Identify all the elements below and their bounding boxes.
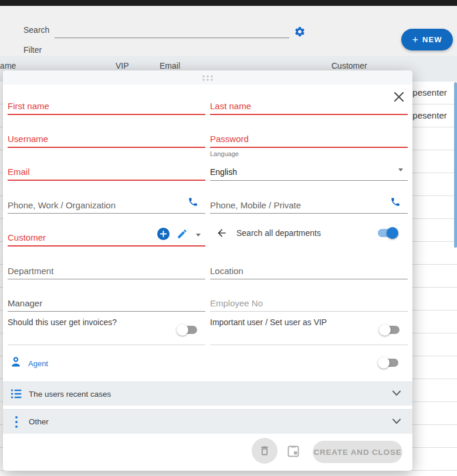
search-label: Search (23, 25, 49, 35)
modal-drag-strip[interactable] (3, 70, 412, 85)
save-button[interactable] (287, 445, 300, 458)
trash-icon (259, 445, 270, 457)
vip-row: Important user / Set user as VIP (210, 314, 408, 345)
customer-field[interactable]: Customer (8, 229, 205, 247)
new-button-label: NEW (422, 35, 442, 44)
phone-work-field[interactable]: Phone, Work / Organization (8, 196, 205, 214)
list-scrollbar[interactable] (454, 82, 457, 248)
phone-icon[interactable] (188, 197, 198, 210)
row-customer-cell: ppesenter (408, 87, 447, 97)
language-value: English (210, 167, 237, 177)
invoices-row: Should this user get invoices? (8, 314, 205, 345)
agent-toggle[interactable] (378, 357, 399, 369)
create-and-close-label: CREATE AND CLOSE (313, 448, 401, 457)
chevron-down-icon[interactable] (391, 417, 402, 427)
vip-label: Important user / Set user as VIP (210, 318, 327, 327)
window-top-bar (0, 0, 457, 6)
chevron-down-icon[interactable] (391, 389, 402, 399)
location-field[interactable]: Location (210, 262, 408, 279)
column-header-name[interactable]: Name (0, 61, 16, 70)
phone-icon[interactable] (390, 197, 401, 210)
search-input[interactable] (55, 38, 289, 38)
language-dropdown-caret-icon[interactable] (397, 164, 404, 174)
phone-mobile-label: Phone, Mobile / Private (210, 200, 301, 210)
drag-handle-icon[interactable] (202, 74, 214, 82)
recent-cases-label: The users recent cases (29, 390, 111, 399)
search-all-departments-label: Search all departments (236, 228, 321, 238)
more-vert-icon (10, 416, 23, 428)
password-label: Password (210, 134, 249, 144)
agent-person-icon (9, 355, 22, 372)
agent-label: Agent (28, 359, 48, 368)
section-other[interactable]: Other (3, 409, 412, 434)
agent-row: Agent (3, 346, 412, 380)
phone-mobile-field[interactable]: Phone, Mobile / Private (210, 196, 408, 214)
last-name-field[interactable]: Last name (210, 97, 408, 115)
email-field[interactable]: Email (8, 163, 205, 181)
table-row[interactable] (0, 471, 457, 476)
manager-label: Manager (8, 298, 42, 308)
column-header-email[interactable]: Email (160, 61, 180, 70)
phone-work-label: Phone, Work / Organization (8, 200, 116, 210)
delete-button[interactable] (252, 438, 277, 464)
row-customer-cell: ppesenter (408, 110, 447, 120)
first-name-field[interactable]: First name (8, 97, 205, 115)
create-and-close-button[interactable]: CREATE AND CLOSE (313, 441, 402, 463)
manager-field[interactable]: Manager (8, 294, 205, 312)
new-button[interactable]: + NEW (401, 29, 453, 50)
add-customer-plus-circle-icon[interactable] (157, 227, 170, 243)
customer-label: Customer (8, 232, 46, 242)
vip-toggle[interactable] (379, 324, 400, 336)
invoices-label: Should this user get invoices? (8, 318, 117, 327)
edit-customer-pencil-icon[interactable] (177, 228, 188, 242)
first-name-label: First name (8, 101, 49, 111)
email-label: Email (8, 167, 30, 177)
employee-no-field[interactable]: Employee No (210, 294, 408, 312)
settings-gear-icon[interactable] (294, 26, 306, 38)
language-label: Language (210, 150, 239, 157)
create-user-modal: First name Last name Username Password E… (3, 70, 412, 471)
other-label: Other (29, 417, 49, 426)
modal-footer: CREATE AND CLOSE (3, 434, 412, 471)
customer-dropdown-caret-icon[interactable] (195, 229, 202, 239)
language-select[interactable]: Language English (210, 150, 408, 181)
plus-icon: + (412, 35, 419, 45)
list-icon (10, 388, 23, 400)
username-label: Username (8, 134, 48, 144)
back-arrow-icon[interactable] (216, 227, 228, 241)
filter-label: Filter (23, 45, 42, 55)
password-field[interactable]: Password (210, 130, 408, 148)
toolbar: Search Filter + NEW (0, 6, 457, 56)
username-field[interactable]: Username (8, 130, 205, 148)
employee-no-label: Employee No (210, 298, 263, 308)
last-name-label: Last name (210, 101, 251, 111)
section-recent-cases[interactable]: The users recent cases (3, 382, 412, 406)
location-label: Location (210, 266, 243, 276)
search-all-departments-toggle[interactable] (377, 227, 398, 239)
save-floppy-icon (287, 445, 300, 458)
column-header-customer[interactable]: Customer (331, 61, 367, 70)
invoices-toggle[interactable] (177, 324, 198, 336)
department-label: Department (8, 266, 53, 276)
department-field[interactable]: Department (8, 262, 205, 279)
column-header-vip[interactable]: VIP (116, 61, 129, 70)
search-all-departments-row: Search all departments (210, 222, 408, 247)
